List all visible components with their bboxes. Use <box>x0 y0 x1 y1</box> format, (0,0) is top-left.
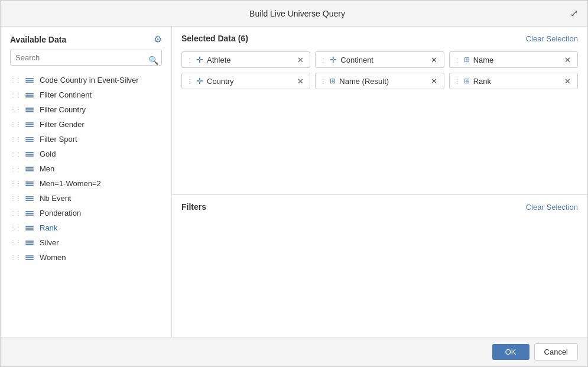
filter-icon[interactable]: ⚙ <box>154 34 162 45</box>
selected-data-section: Selected Data (6) Clear Selection ⋮ ✛ At… <box>172 27 587 195</box>
item-label: Men <box>40 164 54 173</box>
modal-container: Build Live Universe Query ⤢ Available Da… <box>0 0 588 367</box>
search-button[interactable]: 🔍 <box>148 56 158 65</box>
chip-drag-handle: ⋮ <box>320 78 326 85</box>
item-label: Men=1-Women=2 <box>40 179 101 188</box>
list-item-rank[interactable]: ⋮⋮ Rank <box>1 220 171 235</box>
list-item-men1-women2[interactable]: ⋮⋮ Men=1-Women=2 <box>1 176 171 191</box>
selected-chip-name-result: ⋮ ⊞ Name (Result) ✕ <box>315 73 444 89</box>
selected-chip-rank: ⋮ ⊞ Rank ✕ <box>449 73 578 89</box>
list-item-code-country-event-silver[interactable]: ⋮⋮ Code Country in Event-Silver <box>1 73 171 87</box>
filters-title: Filters <box>181 202 206 212</box>
selected-items-grid: ⋮ ✛ Athlete ✕ ⋮ ✛ Continent ✕ ⋮ ⊞ Name ✕… <box>181 51 578 89</box>
item-label: Code Country in Event-Silver <box>40 76 139 85</box>
selected-data-header: Selected Data (6) Clear Selection <box>181 34 578 43</box>
selected-chip-athlete: ⋮ ✛ Athlete ✕ <box>181 51 310 68</box>
drag-handle: ⋮⋮ <box>10 121 21 128</box>
left-panel: Available Data ⚙ 🔍 ⋮⋮ Code Country in Ev… <box>1 27 172 337</box>
chip-label: Athlete <box>207 56 292 64</box>
items-list: ⋮⋮ Code Country in Event-Silver ⋮⋮ Filte… <box>1 70 171 337</box>
chip-label: Continent <box>340 56 425 64</box>
item-label: Filter Gender <box>40 120 85 129</box>
chip-remove-button[interactable]: ✕ <box>430 55 439 64</box>
selected-chip-continent: ⋮ ✛ Continent ✕ <box>315 51 444 68</box>
item-label: Rank <box>40 223 57 232</box>
modal-header: Build Live Universe Query ⤢ <box>1 1 587 27</box>
measure-icon: ⊞ <box>464 77 470 85</box>
modal-footer: OK Cancel <box>1 337 587 366</box>
item-label: Silver <box>40 238 59 247</box>
chip-drag-handle: ⋮ <box>454 57 460 63</box>
list-item-women[interactable]: ⋮⋮ Women <box>1 250 171 265</box>
item-icon <box>25 181 36 186</box>
filters-section: Filters Clear Selection <box>172 195 587 337</box>
list-item-nb-event[interactable]: ⋮⋮ Nb Event <box>1 191 171 206</box>
drag-handle: ⋮⋮ <box>10 165 21 172</box>
chip-remove-button[interactable]: ✕ <box>563 76 573 86</box>
drag-handle: ⋮⋮ <box>10 180 21 187</box>
selected-data-title: Selected Data (6) <box>181 34 248 43</box>
item-label: Filter Sport <box>40 135 77 144</box>
item-icon <box>25 93 36 98</box>
drag-handle: ⋮⋮ <box>10 254 21 261</box>
list-item-men[interactable]: ⋮⋮ Men <box>1 161 171 176</box>
chip-remove-button[interactable]: ✕ <box>295 55 305 64</box>
dimension-icon: ✛ <box>196 55 203 64</box>
item-label: Gold <box>40 150 56 158</box>
item-label: Ponderation <box>40 209 81 217</box>
ok-button[interactable]: OK <box>492 344 529 360</box>
item-icon <box>25 167 36 171</box>
chip-remove-button[interactable]: ✕ <box>563 55 573 64</box>
item-icon <box>25 78 36 83</box>
list-item-silver[interactable]: ⋮⋮ Silver <box>1 235 171 250</box>
item-icon <box>25 241 36 245</box>
cancel-button[interactable]: Cancel <box>534 343 578 360</box>
drag-handle: ⋮⋮ <box>10 225 21 231</box>
item-label: Women <box>40 253 66 262</box>
item-icon <box>25 211 36 216</box>
item-icon <box>25 226 36 230</box>
item-icon <box>25 137 36 142</box>
search-container: 🔍 <box>1 50 171 70</box>
chip-label: Name (Result) <box>339 77 425 86</box>
clear-selection-button[interactable]: Clear Selection <box>526 34 578 43</box>
list-item-ponderation[interactable]: ⋮⋮ Ponderation <box>1 206 171 220</box>
item-label: Nb Event <box>40 194 71 203</box>
chip-drag-handle: ⋮ <box>187 78 193 85</box>
chip-label: Country <box>207 77 292 86</box>
chip-drag-handle: ⋮ <box>454 78 460 85</box>
filters-header: Filters Clear Selection <box>181 202 578 212</box>
list-item-filter-country[interactable]: ⋮⋮ Filter Country <box>1 102 171 117</box>
drag-handle: ⋮⋮ <box>10 106 21 113</box>
expand-icon[interactable]: ⤢ <box>570 8 578 19</box>
list-item-filter-sport[interactable]: ⋮⋮ Filter Sport <box>1 132 171 147</box>
modal-body: Available Data ⚙ 🔍 ⋮⋮ Code Country in Ev… <box>1 27 587 337</box>
right-panel: Selected Data (6) Clear Selection ⋮ ✛ At… <box>172 27 587 337</box>
chip-drag-handle: ⋮ <box>187 57 193 63</box>
search-input[interactable] <box>10 50 162 66</box>
drag-handle: ⋮⋮ <box>10 195 21 202</box>
drag-handle: ⋮⋮ <box>10 151 21 157</box>
chip-remove-button[interactable]: ✕ <box>295 76 305 86</box>
list-item-filter-gender[interactable]: ⋮⋮ Filter Gender <box>1 117 171 132</box>
filters-clear-button[interactable]: Clear Selection <box>526 203 578 212</box>
left-panel-header: Available Data ⚙ <box>1 27 171 50</box>
chip-label: Name <box>473 56 560 64</box>
list-item-filter-continent[interactable]: ⋮⋮ Filter Continent <box>1 87 171 102</box>
item-icon <box>25 196 36 201</box>
chip-drag-handle: ⋮ <box>320 57 326 63</box>
chip-remove-button[interactable]: ✕ <box>430 76 439 86</box>
selected-chip-country: ⋮ ✛ Country ✕ <box>181 73 310 89</box>
list-item-gold[interactable]: ⋮⋮ Gold <box>1 147 171 161</box>
drag-handle: ⋮⋮ <box>10 92 21 98</box>
item-icon <box>25 255 36 260</box>
drag-handle: ⋮⋮ <box>10 136 21 142</box>
chip-label: Rank <box>473 77 560 86</box>
measure-icon: ⊞ <box>464 56 470 64</box>
item-label: Filter Continent <box>40 90 92 99</box>
selected-chip-name: ⋮ ⊞ Name ✕ <box>449 51 578 68</box>
available-data-title: Available Data <box>10 35 66 44</box>
dimension-icon: ✛ <box>330 55 337 64</box>
item-icon <box>25 122 36 127</box>
drag-handle: ⋮⋮ <box>10 210 21 216</box>
